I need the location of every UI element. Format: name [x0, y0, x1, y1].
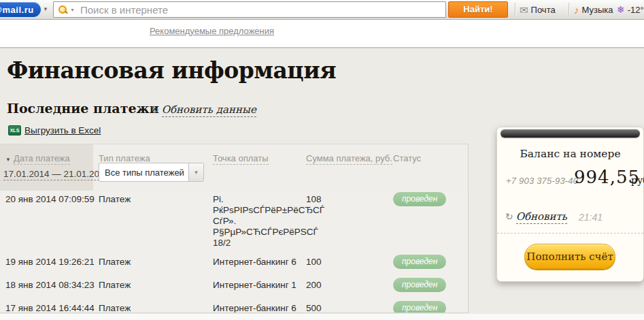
mailru-toolbar: @mail.ru ▼ ▼ Найти! ✉ Почта ♪ Музыка ❄ -… [0, 0, 644, 20]
balance-currency: руб. [631, 175, 644, 186]
music-note-icon: ♪ [574, 5, 579, 15]
payment-status: проведен [393, 255, 464, 269]
payment-type-select[interactable]: Все типы платежей ▼ [99, 163, 204, 182]
mail-label: Почта [531, 5, 556, 15]
refresh-balance-label: Обновить [516, 210, 567, 224]
toolbar-divider [515, 3, 515, 16]
payments-table-header: ▼Дата платежа 17.01.2014 — 21.01.2014 Ти… [0, 144, 468, 191]
column-date[interactable]: Дата платежа [14, 153, 70, 165]
payment-point: Интернет-банкинг 6 [213, 257, 303, 268]
payment-type: Платеж [99, 257, 207, 267]
payment-status: проведен [393, 278, 464, 292]
recommended-offers-link[interactable]: Рекомендуемые предложения [150, 26, 274, 36]
payment-date: 18 янв 2014 08:34:23 [5, 280, 95, 290]
mailru-logo[interactable]: @mail.ru [0, 2, 41, 17]
column-point[interactable]: Точка оплаты [213, 153, 269, 165]
financial-info-page: @mail.ru ▼ ▼ Найти! ✉ Почта ♪ Музыка ❄ -… [0, 0, 644, 320]
topup-button[interactable]: Пополнить счёт [524, 244, 615, 269]
payment-point: Интернет-банкинг 1 [213, 280, 303, 291]
payment-type: Платеж [99, 303, 207, 313]
payment-status: проведен [393, 192, 464, 206]
status-badge: проведен [393, 301, 446, 313]
payment-sum: 100 [306, 257, 388, 267]
payment-date: 17 янв 2014 16:44:44 [5, 303, 95, 313]
sort-desc-icon[interactable]: ▼ [5, 157, 11, 163]
table-row: 19 янв 2014 19:26:21 Платеж Интернет-бан… [0, 253, 468, 276]
balance-updated-time: 21:41 [579, 212, 603, 223]
card-divider [497, 233, 643, 234]
phone-number: +7 903 375-93-40 [506, 176, 578, 186]
refresh-data-link[interactable]: ↻Обновить данные [151, 103, 256, 116]
promo-strip: Рекомендуемые предложения [0, 20, 644, 48]
envelope-icon: ✉ [520, 5, 528, 15]
balance-card: Баланс на номере +7 903 375-93-40 994,55… [496, 127, 644, 282]
toolbar-divider [569, 3, 569, 16]
payment-sum: 200 [306, 280, 388, 290]
payment-type: Платеж [99, 280, 207, 290]
balance-amount: 994,55 [574, 167, 640, 187]
page-title: Финансовая информация [7, 57, 336, 84]
page-bottom-strip [0, 314, 644, 320]
refresh-data-label: Обновить данные [162, 103, 256, 117]
payment-type: Платеж [99, 194, 207, 204]
balance-title: Баланс на номере [497, 148, 643, 160]
section-title: Последние платежи [7, 101, 159, 116]
search-engine-dropdown-icon[interactable]: ▼ [70, 7, 75, 12]
snowflake-icon: ❄ [617, 5, 625, 14]
logo-dropdown-icon[interactable]: ▼ [43, 6, 48, 12]
payment-date: 20 янв 2014 07:09:59 [5, 194, 95, 204]
export-excel-link[interactable]: XLS Выгрузить в Excel [8, 125, 101, 135]
search-input[interactable] [80, 4, 445, 16]
excel-file-icon: XLS [8, 125, 21, 135]
refresh-icon: ↻ [151, 104, 159, 115]
card-clip-bar [501, 129, 640, 138]
payment-point: Рі. РќРѕРІРѕСЃРёР±РёСЂСЃ СѓР». Р§РµР»СЋС… [213, 194, 303, 249]
music-link[interactable]: ♪ Музыка [574, 0, 613, 19]
column-status: Статус [393, 153, 421, 164]
table-row: 17 янв 2014 16:44:44 Платеж Интернет-бан… [0, 300, 468, 313]
payment-type-selected-value: Все типы платежей [99, 167, 188, 178]
chevron-down-icon: ▼ [188, 163, 203, 181]
payments-table: ▼Дата платежа 17.01.2014 — 21.01.2014 Ти… [0, 144, 469, 313]
weather-widget[interactable]: ❄ -12° [617, 0, 644, 19]
search-box: ▼ [53, 1, 446, 18]
table-row: 18 янв 2014 08:34:23 Платеж Интернет-бан… [0, 276, 468, 300]
export-excel-label: Выгрузить в Excel [24, 125, 101, 135]
temperature-value: -12° [628, 5, 644, 15]
table-row: 20 янв 2014 07:09:59 Платеж Рі. РќРѕРІРѕ… [0, 191, 468, 253]
payment-status: проведен [393, 301, 464, 313]
status-badge: проведен [393, 255, 446, 269]
status-badge: проведен [393, 278, 446, 292]
music-label: Музыка [582, 5, 613, 15]
search-icon [58, 5, 67, 14]
date-range-filter[interactable]: 17.01.2014 — 21.01.2014 [3, 169, 109, 180]
mail-link[interactable]: ✉ Почта [520, 0, 556, 19]
payment-sum: 500 [306, 303, 388, 313]
payment-point: Интернет-банкинг 6 [213, 303, 303, 313]
payments-table-body: 20 янв 2014 07:09:59 Платеж Рі. РќРѕРІРѕ… [0, 191, 468, 313]
refresh-icon: ↻ [505, 211, 513, 222]
payment-date: 19 янв 2014 19:26:21 [5, 257, 95, 267]
status-badge: проведен [393, 192, 446, 206]
search-submit-button[interactable]: Найти! [448, 1, 508, 18]
column-sum[interactable]: Сумма платежа, руб. [306, 153, 392, 165]
payment-sum: 108 [306, 194, 388, 204]
refresh-balance-link[interactable]: ↻Обновить [505, 210, 567, 223]
